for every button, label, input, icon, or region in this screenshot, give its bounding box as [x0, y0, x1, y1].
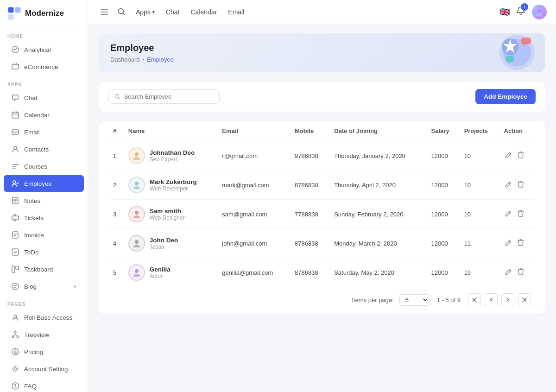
breadcrumb-home: Dashboard	[110, 56, 140, 63]
calendar-nav-link[interactable]: Calendar	[187, 6, 221, 18]
delete-button[interactable]	[517, 209, 525, 219]
sidebar-item-calendar[interactable]: Calendar	[4, 107, 84, 123]
last-page-button[interactable]	[518, 293, 531, 306]
notification-button[interactable]: 1	[515, 5, 526, 19]
edit-button[interactable]	[504, 267, 513, 278]
cell-projects: 10	[460, 200, 499, 229]
sidebar-label-tickets: Tickets	[24, 215, 44, 221]
sidebar-item-notes[interactable]: Notes	[4, 192, 84, 209]
accountsetting-icon	[11, 365, 19, 373]
banner-illustration	[480, 33, 536, 72]
employee-name: Johnathan Deo	[150, 149, 195, 156]
cell-doj: Thursday, April 2, 2020	[329, 171, 426, 200]
cell-mobile: 8786838	[290, 229, 329, 258]
calendar-nav-label: Calendar	[191, 8, 217, 16]
next-page-button[interactable]	[501, 293, 514, 306]
cell-projects: 11	[460, 229, 499, 258]
per-page-select[interactable]: 5 10 25	[399, 294, 430, 306]
pricing-icon	[11, 348, 19, 356]
main-area: Apps ▾ Chat Calendar Email 🇬🇧 1	[88, 0, 556, 392]
cell-salary: 12000	[426, 200, 459, 229]
sidebar-item-blog[interactable]: Blog ▾	[4, 278, 84, 295]
sidebar-item-accountsetting[interactable]: Account Setting	[4, 360, 84, 377]
svg-rect-6	[12, 130, 19, 134]
sidebar-item-rollbaseaccess[interactable]: Roll Base Access	[4, 309, 84, 326]
sidebar-label-employee: Employee	[24, 180, 52, 187]
edit-button[interactable]	[504, 151, 513, 161]
svg-rect-2	[8, 14, 14, 20]
sidebar-item-chat[interactable]: Chat	[4, 89, 84, 106]
sidebar-item-tickets[interactable]: Tickets	[4, 209, 84, 226]
svg-rect-14	[16, 266, 19, 270]
sidebar-section-home: HOME Analytical eCommerce	[0, 27, 88, 76]
sidebar-label-email: Email	[24, 129, 40, 136]
col-doj: Date of Joining	[329, 121, 426, 141]
svg-point-41	[135, 269, 139, 273]
apps-dropdown-icon: ▾	[152, 9, 155, 14]
sidebar-item-taskboard[interactable]: Taskboard	[4, 261, 84, 278]
employee-name: Sam smith	[150, 208, 185, 215]
page-info: 1 - 5 of 9	[437, 297, 461, 303]
table-row: 4 John Deo Tester john@gmail.com 8786838…	[108, 229, 536, 258]
rollbaseaccess-icon	[11, 313, 19, 322]
sidebar-item-email[interactable]: Email	[4, 124, 84, 140]
sidebar-label-notes: Notes	[24, 197, 40, 204]
employee-table: # Name Email Mobile Date of Joining Sala…	[108, 121, 536, 287]
blog-icon	[11, 282, 19, 291]
toolbar: Add Employee	[99, 82, 545, 112]
contacts-icon	[11, 145, 19, 153]
user-avatar-button[interactable]	[532, 5, 547, 19]
search-input[interactable]	[124, 93, 214, 100]
delete-button[interactable]	[517, 238, 525, 248]
ecommerce-icon	[11, 63, 19, 71]
sidebar-label-invoice: Invoice	[24, 232, 44, 239]
cell-mobile: 8786838	[290, 171, 329, 200]
cell-doj: Thursday, January 2, 2020	[329, 141, 426, 171]
email-nav-label: Email	[228, 8, 244, 16]
sidebar-item-treeview[interactable]: Treeview	[4, 326, 84, 343]
email-nav-link[interactable]: Email	[224, 6, 248, 18]
search-icon	[114, 94, 120, 100]
sidebar-label-chat: Chat	[24, 95, 38, 101]
edit-button[interactable]	[504, 238, 513, 248]
menu-toggle-button[interactable]	[97, 6, 111, 18]
employee-name: Mark Zukerburg	[150, 178, 197, 185]
sidebar-label-accountsetting: Account Setting	[24, 366, 68, 373]
delete-button[interactable]	[517, 151, 525, 161]
sidebar-item-employee[interactable]: Employee	[4, 175, 84, 192]
svg-point-19	[17, 336, 19, 338]
sidebar-item-contacts[interactable]: Contacts	[4, 141, 84, 158]
sidebar-item-analytical[interactable]: Analytical	[4, 41, 84, 58]
sidebar-section-pages: PAGES Roll Base Access Treeview Pricing …	[0, 295, 88, 392]
prev-page-button[interactable]	[485, 293, 498, 306]
breadcrumb-separator: •	[143, 57, 145, 62]
sidebar-item-ecommerce[interactable]: eCommerce	[4, 58, 84, 75]
svg-point-38	[135, 182, 139, 185]
search-button[interactable]	[115, 6, 128, 18]
sidebar-item-pricing[interactable]: Pricing	[4, 343, 84, 360]
sidebar-item-faq[interactable]: FAQ	[4, 378, 84, 392]
apps-nav-link[interactable]: Apps ▾	[132, 6, 158, 18]
sidebar-item-courses[interactable]: Courses	[4, 158, 84, 175]
employee-role: Tester	[150, 244, 178, 250]
sidebar-item-todo[interactable]: ToDo	[4, 244, 84, 260]
chat-nav-link[interactable]: Chat	[162, 6, 183, 18]
cell-num: 2	[108, 171, 124, 200]
topnav: Apps ▾ Chat Calendar Email 🇬🇧 1	[88, 0, 556, 24]
sidebar-item-invoice[interactable]: Invoice	[4, 227, 84, 243]
sidebar-label-taskboard: Taskboard	[24, 266, 53, 273]
svg-point-17	[14, 331, 16, 333]
language-flag[interactable]: 🇬🇧	[499, 8, 510, 16]
delete-button[interactable]	[517, 267, 525, 278]
cell-email: r@gmail.com	[217, 141, 290, 171]
delete-button[interactable]	[517, 180, 525, 190]
add-employee-button[interactable]: Add Employee	[475, 89, 536, 104]
edit-button[interactable]	[504, 209, 513, 219]
svg-point-18	[12, 336, 14, 338]
first-page-button[interactable]	[468, 293, 481, 306]
edit-button[interactable]	[504, 180, 513, 190]
breadcrumb: Dashboard • Employee	[110, 56, 174, 63]
cell-num: 3	[108, 200, 124, 229]
analytical-icon	[11, 45, 19, 54]
sidebar-section-apps: APPS Chat Calendar Email Contacts	[0, 76, 88, 295]
